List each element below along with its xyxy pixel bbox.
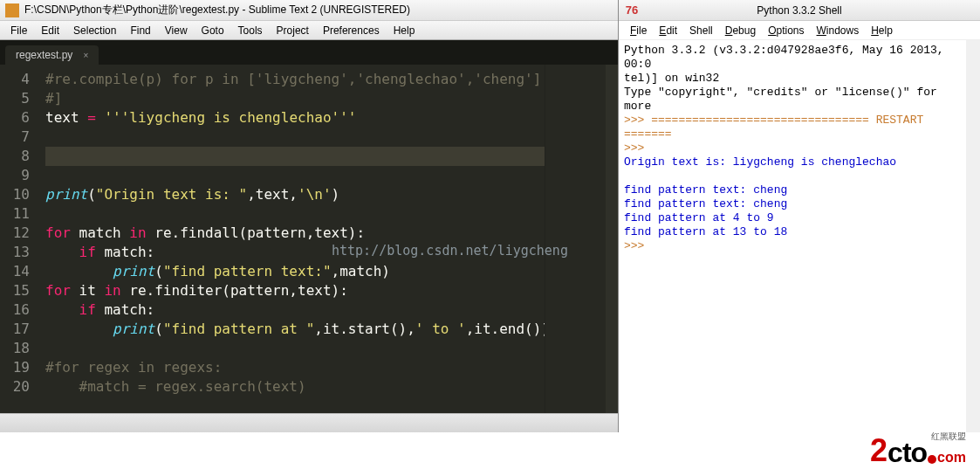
menu-debug[interactable]: Debug [719, 23, 762, 38]
code-line[interactable] [45, 204, 545, 224]
code-line[interactable] [45, 128, 545, 147]
shell-line: find pattern at 13 to 18 [624, 225, 961, 239]
menu-options[interactable]: Options [762, 23, 810, 38]
code-line[interactable] [45, 166, 545, 185]
close-icon[interactable]: × [83, 51, 88, 60]
code-line[interactable]: for it in re.finditer(pattern,text): [45, 281, 545, 300]
scrollbar-vertical[interactable] [966, 40, 980, 432]
code-line[interactable]: #for regex in regexs: [45, 358, 545, 377]
menu-shell[interactable]: Shell [683, 23, 719, 38]
idle-window: 76 Python 3.3.2 Shell FileEditShellDebug… [619, 0, 980, 432]
site-logo: 红黑联盟 2 cto com [870, 432, 966, 469]
shell-line: find pattern text: cheng [624, 197, 961, 211]
menu-preferences[interactable]: Preferences [316, 23, 387, 38]
line-gutter: 4567891011121314151617181920 [0, 65, 37, 413]
tab-regextest[interactable]: regextest.py × [5, 45, 99, 65]
tab-bar: regextest.py × [0, 40, 618, 65]
app-icon [5, 3, 19, 17]
logo-cto: cto [887, 437, 927, 469]
statusbar [0, 413, 618, 432]
logo-dot-icon [928, 455, 936, 464]
menu-help[interactable]: Help [865, 23, 899, 38]
code-line[interactable]: #] [45, 89, 545, 108]
menu-selection[interactable]: Selection [66, 23, 123, 38]
code-editor[interactable]: 4567891011121314151617181920 #re.compile… [0, 65, 618, 413]
code-line[interactable]: if match: [45, 300, 545, 320]
menu-edit[interactable]: Edit [34, 23, 66, 38]
idle-icon: 76 [625, 3, 639, 17]
idle-menubar: FileEditShellDebugOptionsWindowsHelp [619, 21, 980, 40]
shell-line: >>> ================================ RES… [624, 114, 961, 141]
shell-line: >>> [624, 141, 961, 155]
shell-output[interactable]: Python 3.3.2 (v3.3.2:d047928ae3f6, May 1… [619, 40, 966, 432]
code-line[interactable]: print("find pattern at ",it.start(),' to… [45, 320, 545, 339]
menu-view[interactable]: View [158, 23, 195, 38]
code-line[interactable]: text = '''liygcheng is chenglechao''' [45, 108, 545, 128]
minimap[interactable] [545, 65, 606, 413]
sublime-titlebar[interactable]: F:\CSDN\Python专栏\Python进阶\regextest.py -… [0, 0, 618, 21]
menu-file[interactable]: File [3, 23, 34, 38]
logo-cn: 红黑联盟 [931, 431, 966, 443]
scrollbar-vertical[interactable] [606, 65, 618, 413]
code-line[interactable]: if match: [45, 243, 545, 262]
menu-goto[interactable]: Goto [195, 23, 231, 38]
tab-label: regextest.py [16, 49, 72, 61]
shell-line [624, 169, 961, 183]
shell-line: Type "copyright", "credits" or "license(… [624, 86, 961, 114]
shell-line: find pattern at 4 to 9 [624, 211, 961, 225]
code-area[interactable]: #re.compile(p) for p in ['liygcheng','ch… [37, 65, 545, 413]
menu-find[interactable]: Find [123, 23, 157, 38]
code-line[interactable]: print("Origin text is: ",text,'\n') [45, 185, 545, 204]
code-line[interactable]: print("find pattern text:",match) [45, 262, 545, 281]
code-line[interactable]: for match in re.findall(pattern,text): [45, 224, 545, 243]
window-title: F:\CSDN\Python专栏\Python进阶\regextest.py -… [24, 3, 410, 17]
menu-project[interactable]: Project [270, 23, 316, 38]
idle-titlebar[interactable]: 76 Python 3.3.2 Shell [619, 0, 980, 21]
menu-tools[interactable]: Tools [231, 23, 270, 38]
menu-help[interactable]: Help [387, 23, 422, 38]
code-line[interactable] [45, 339, 545, 358]
logo-com: com [937, 450, 966, 466]
menu-file[interactable]: File [624, 23, 653, 38]
code-line[interactable]: #match = regex.search(text) [45, 377, 545, 397]
shell-line: Python 3.3.2 (v3.3.2:d047928ae3f6, May 1… [624, 44, 961, 72]
menu-edit[interactable]: Edit [653, 23, 683, 38]
menu-windows[interactable]: Windows [811, 23, 866, 38]
code-line[interactable]: #re.compile(p) for p in ['liygcheng','ch… [45, 70, 545, 89]
logo-two: 2 [870, 432, 887, 469]
shell-line: Origin text is: liygcheng is chenglechao [624, 155, 961, 169]
shell-line: tel)] on win32 [624, 72, 961, 86]
shell-line: find pattern text: cheng [624, 183, 961, 197]
sublime-window: F:\CSDN\Python专栏\Python进阶\regextest.py -… [0, 0, 619, 432]
shell-line: >>> [624, 239, 961, 253]
sublime-menubar: FileEditSelectionFindViewGotoToolsProjec… [0, 21, 618, 40]
code-line[interactable]: pattern = 'cheng' [45, 147, 545, 166]
idle-title: Python 3.3.2 Shell [757, 4, 841, 17]
